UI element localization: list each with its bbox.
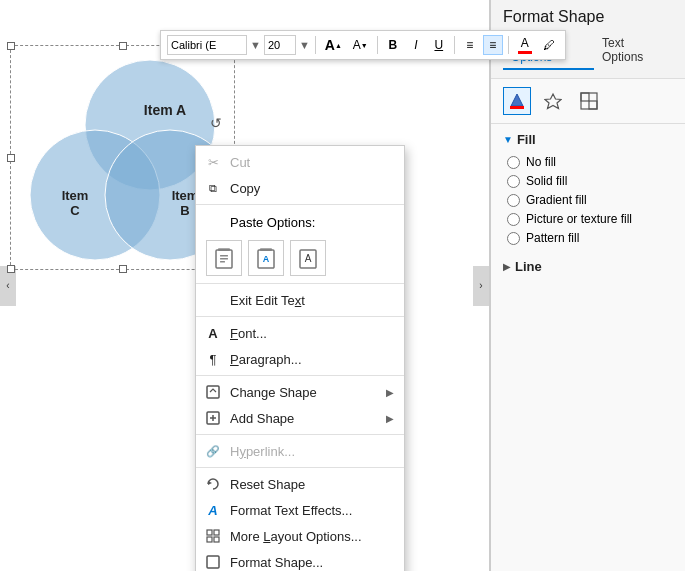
paste-btn-2[interactable]: A bbox=[248, 240, 284, 276]
fill-section-toggle[interactable]: ▼ Fill bbox=[503, 132, 673, 147]
paste-btn-3[interactable]: A bbox=[290, 240, 326, 276]
svg-text:C: C bbox=[70, 203, 80, 218]
gradient-fill-label: Gradient fill bbox=[526, 193, 587, 207]
no-fill-radio[interactable] bbox=[507, 156, 520, 169]
svg-text:A: A bbox=[305, 253, 312, 264]
separator-1 bbox=[196, 204, 404, 205]
menu-copy[interactable]: ⧉ Copy bbox=[196, 175, 404, 201]
pattern-fill-label: Pattern fill bbox=[526, 231, 579, 245]
panel-body: ▼ Fill No fill Solid fill Gradient fill … bbox=[491, 124, 685, 571]
svg-rect-26 bbox=[207, 537, 212, 542]
nav-right[interactable]: › bbox=[473, 266, 489, 306]
svg-rect-33 bbox=[589, 101, 597, 109]
menu-reset-shape-label: Reset Shape bbox=[230, 477, 305, 492]
svg-text:↺: ↺ bbox=[210, 115, 222, 131]
nav-left[interactable]: ‹ bbox=[0, 266, 16, 306]
paste-options-header: Paste Options: bbox=[196, 208, 404, 236]
venn-diagram: Item A Item C Item B ↺ bbox=[20, 50, 220, 250]
pattern-fill-option[interactable]: Pattern fill bbox=[507, 231, 673, 245]
menu-change-shape[interactable]: Change Shape ▶ bbox=[196, 379, 404, 405]
change-shape-icon bbox=[204, 383, 222, 401]
menu-format-shape[interactable]: Format Shape... bbox=[196, 549, 404, 571]
menu-cut-label: Cut bbox=[230, 155, 250, 170]
menu-format-text-effects[interactable]: A Format Text Effects... bbox=[196, 497, 404, 523]
svg-rect-28 bbox=[207, 556, 219, 568]
canvas-area: ‹ Item A Item C Item B ↺ bbox=[0, 0, 490, 571]
menu-font[interactable]: A Font... bbox=[196, 320, 404, 346]
svg-text:B: B bbox=[180, 203, 189, 218]
fill-section-title: Fill bbox=[517, 132, 536, 147]
line-arrow-icon: ▶ bbox=[503, 261, 511, 272]
separator-3 bbox=[196, 316, 404, 317]
size-layout-icon-btn[interactable] bbox=[575, 87, 603, 115]
menu-format-shape-label: Format Shape... bbox=[230, 555, 323, 570]
font-name-input[interactable] bbox=[167, 35, 247, 55]
line-section-toggle[interactable]: ▶ Line bbox=[503, 259, 673, 274]
gradient-fill-radio[interactable] bbox=[507, 194, 520, 207]
handle-tm[interactable] bbox=[119, 42, 127, 50]
menu-add-shape[interactable]: Add Shape ▶ bbox=[196, 405, 404, 431]
svg-rect-25 bbox=[214, 530, 219, 535]
handle-ml[interactable] bbox=[7, 154, 15, 162]
svg-rect-13 bbox=[220, 261, 225, 263]
change-shape-arrow: ▶ bbox=[386, 387, 394, 398]
decrease-font-btn[interactable]: A▼ bbox=[349, 35, 372, 55]
paste-options-row: A A bbox=[196, 236, 404, 280]
menu-cut[interactable]: ✂ Cut bbox=[196, 149, 404, 175]
gradient-fill-option[interactable]: Gradient fill bbox=[507, 193, 673, 207]
font-icon: A bbox=[204, 324, 222, 342]
italic-btn[interactable]: I bbox=[406, 35, 426, 55]
format-toolbar: ▼ ▼ A▲ A▼ B I U ≡ ≡ A 🖊 bbox=[160, 30, 566, 60]
menu-exit-edit-label: Exit Edit Text bbox=[230, 293, 305, 308]
pattern-fill-radio[interactable] bbox=[507, 232, 520, 245]
svg-marker-23 bbox=[208, 481, 212, 485]
paste-options-label: Paste Options: bbox=[230, 215, 315, 230]
menu-copy-label: Copy bbox=[230, 181, 260, 196]
picture-fill-radio[interactable] bbox=[507, 213, 520, 226]
paste-header-icon bbox=[204, 213, 222, 231]
svg-marker-30 bbox=[545, 94, 561, 109]
menu-add-shape-label: Add Shape bbox=[230, 411, 294, 426]
paragraph-icon: ¶ bbox=[204, 350, 222, 368]
no-fill-option[interactable]: No fill bbox=[507, 155, 673, 169]
increase-font-btn[interactable]: A▲ bbox=[321, 35, 346, 55]
menu-reset-shape[interactable]: Reset Shape bbox=[196, 471, 404, 497]
tab-text-options[interactable]: Text Options bbox=[594, 32, 673, 70]
effects-icon-btn[interactable] bbox=[539, 87, 567, 115]
align-left-btn[interactable]: ≡ bbox=[460, 35, 480, 55]
add-shape-icon bbox=[204, 409, 222, 427]
menu-hyperlink[interactable]: 🔗 Hyperlink... bbox=[196, 438, 404, 464]
solid-fill-radio[interactable] bbox=[507, 175, 520, 188]
menu-change-shape-label: Change Shape bbox=[230, 385, 317, 400]
fill-arrow-icon: ▼ bbox=[503, 134, 513, 145]
svg-rect-29 bbox=[510, 106, 524, 109]
separator-4 bbox=[196, 375, 404, 376]
right-panel: Format Shape Shape Options Text Options bbox=[490, 0, 685, 571]
solid-fill-option[interactable]: Solid fill bbox=[507, 174, 673, 188]
exit-edit-icon bbox=[204, 291, 222, 309]
picture-fill-option[interactable]: Picture or texture fill bbox=[507, 212, 673, 226]
picture-fill-label: Picture or texture fill bbox=[526, 212, 632, 226]
font-color-btn[interactable]: A bbox=[514, 35, 536, 55]
font-size-input[interactable] bbox=[264, 35, 296, 55]
format-shape-icon bbox=[204, 553, 222, 571]
menu-more-layout[interactable]: More Layout Options... bbox=[196, 523, 404, 549]
menu-hyperlink-label: Hyperlink... bbox=[230, 444, 295, 459]
underline-btn[interactable]: U bbox=[429, 35, 449, 55]
solid-fill-label: Solid fill bbox=[526, 174, 567, 188]
svg-rect-32 bbox=[581, 93, 589, 101]
highlight-btn[interactable]: 🖊 bbox=[539, 35, 559, 55]
bold-btn[interactable]: B bbox=[383, 35, 403, 55]
svg-text:A: A bbox=[263, 254, 270, 264]
menu-format-text-effects-label: Format Text Effects... bbox=[230, 503, 352, 518]
menu-exit-edit[interactable]: Exit Edit Text bbox=[196, 287, 404, 313]
panel-title: Format Shape bbox=[503, 8, 673, 26]
align-center-btn[interactable]: ≡ bbox=[483, 35, 503, 55]
separator-2 bbox=[196, 283, 404, 284]
paste-btn-1[interactable] bbox=[206, 240, 242, 276]
handle-tl[interactable] bbox=[7, 42, 15, 50]
hyperlink-icon: 🔗 bbox=[204, 442, 222, 460]
fill-line-icon-btn[interactable] bbox=[503, 87, 531, 115]
cut-icon: ✂ bbox=[204, 153, 222, 171]
menu-paragraph[interactable]: ¶ Paragraph... bbox=[196, 346, 404, 372]
